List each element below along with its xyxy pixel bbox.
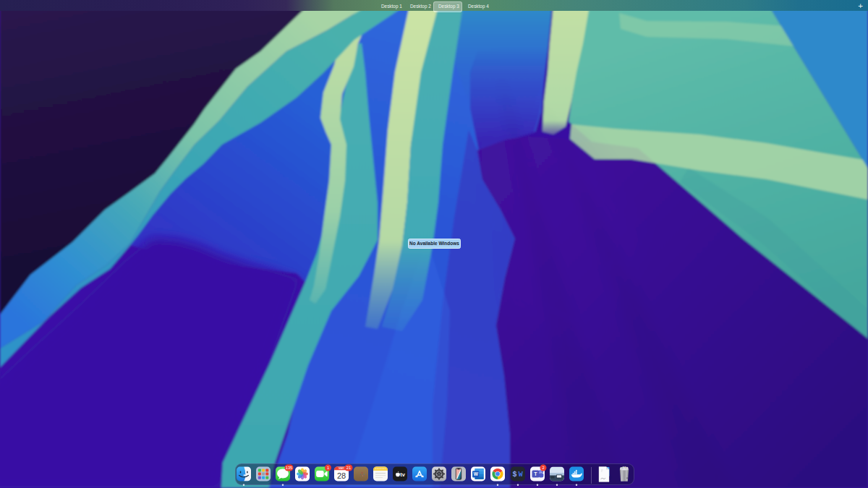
svg-text:tv: tv [400, 471, 405, 478]
svg-text:21: 21 [346, 466, 351, 470]
svg-text:1: 1 [327, 466, 329, 470]
svg-text:$: $ [513, 471, 517, 479]
svg-text:W: W [474, 471, 479, 476]
svg-text:28: 28 [337, 471, 346, 480]
svg-text:135: 135 [286, 466, 293, 470]
svg-text:2: 2 [542, 466, 544, 470]
svg-text:W: W [519, 471, 523, 479]
svg-text:MAR: MAR [339, 467, 344, 470]
svg-text:T: T [534, 471, 537, 476]
